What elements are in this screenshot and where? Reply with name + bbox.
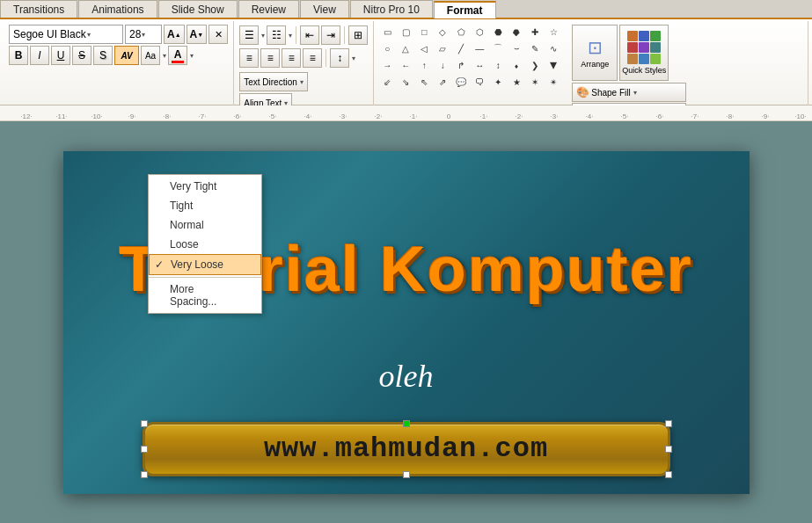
shape-more[interactable]: ▾ (545, 58, 561, 72)
spacing-normal[interactable]: Normal (149, 215, 261, 235)
shape-callout2[interactable]: 🗨 (472, 75, 487, 89)
shape-rtriangle[interactable]: ◁ (416, 41, 432, 55)
strikethrough-button[interactable]: S (72, 46, 91, 65)
shape-trapezoid[interactable]: ⬠ (453, 25, 469, 39)
handle-tl[interactable] (141, 420, 148, 427)
decrease-indent-button[interactable]: ⇤ (300, 25, 319, 45)
shape-diamond[interactable]: ◇ (435, 25, 450, 39)
underline-button[interactable]: U (51, 46, 70, 65)
shape-arr-tr[interactable]: ⇗ (435, 75, 450, 89)
font-size-dropdown-arrow[interactable]: ▾ (142, 31, 145, 39)
handle-bl[interactable] (141, 471, 148, 478)
text-direction-button[interactable]: Text Direction ▾ (239, 72, 308, 91)
shape-line2[interactable]: — (472, 41, 487, 55)
dropdown-divider (149, 277, 261, 278)
spacing-very-tight[interactable]: Very Tight (149, 177, 261, 196)
font-name-selector[interactable]: Segoe UI Black ▾ (9, 25, 123, 44)
tab-animations[interactable]: Animations (78, 0, 157, 18)
shape-plus[interactable]: ✚ (527, 25, 543, 39)
shape-star8[interactable]: ✴ (545, 75, 561, 89)
shape-arrow-quad[interactable]: ↔ (472, 58, 487, 72)
shape-star6[interactable]: ✶ (527, 75, 543, 89)
tab-view[interactable]: View (300, 0, 349, 18)
shape-notch[interactable]: ⬧ (508, 58, 524, 72)
increase-indent-button[interactable]: ⇥ (321, 25, 340, 45)
font-color-button[interactable]: A (168, 46, 187, 65)
bold-button[interactable]: B (9, 46, 28, 65)
shape-free[interactable]: ✎ (527, 41, 543, 55)
shape-arrow-l[interactable]: ← (398, 58, 413, 72)
spacing-loose[interactable]: Loose (149, 235, 261, 254)
bullets-arrow[interactable]: ▾ (261, 32, 265, 40)
spacing-more[interactable]: More Spacing... (149, 280, 261, 311)
shadow-button[interactable]: S (93, 46, 113, 65)
shape-fill-button[interactable]: 🎨 Shape Fill ▾ (572, 83, 686, 102)
shape-scribble[interactable]: ∿ (545, 41, 561, 55)
line-spacing-button[interactable]: ↕ (330, 48, 349, 68)
shape-oct[interactable]: ⯂ (508, 25, 524, 39)
align-right-button[interactable]: ≡ (282, 48, 301, 68)
justify-button[interactable]: ≡ (303, 48, 322, 68)
clear-format-button[interactable]: ✕ (208, 25, 228, 44)
tab-format[interactable]: Format (434, 1, 496, 18)
spacing-arrow[interactable]: ▾ (352, 54, 355, 62)
shape-arrow-up-down[interactable]: ↕ (490, 58, 506, 72)
handle-br[interactable] (665, 471, 672, 478)
font-size-selector[interactable]: 28 ▾ (125, 25, 162, 44)
shape-star4[interactable]: ✦ (490, 75, 506, 89)
italic-button[interactable]: I (30, 46, 49, 65)
quick-styles-button[interactable]: Quick Styles (619, 25, 669, 81)
shape-curve[interactable]: ⌣ (508, 41, 524, 55)
text-columns-button[interactable]: ⊞ (348, 25, 368, 45)
font-color-arrow[interactable]: ▾ (190, 52, 194, 60)
shape-star5[interactable]: ★ (508, 75, 524, 89)
slide-url-box[interactable]: www.mahmudan.com (143, 422, 670, 476)
shape-triangle[interactable]: △ (398, 41, 413, 55)
shape-arc[interactable]: ⌒ (490, 41, 506, 55)
numbering-button[interactable]: ☷ (267, 25, 286, 45)
font-case-button[interactable]: Aa (141, 46, 160, 65)
shape-arr-br[interactable]: ⇘ (398, 75, 413, 89)
handle-ml[interactable] (141, 446, 148, 453)
shapes-grid: ▭ ▢ □ ◇ ⬠ ⬡ ⬣ ⯂ ✚ ☆ ○ △ ◁ ▱ (379, 25, 563, 91)
shape-arrow-r[interactable]: → (379, 58, 395, 72)
ruler: ·12· ·11· ·10· ·9· ·8· ·7· ·6· ·5· ·4· ·… (0, 105, 812, 121)
spacing-very-loose[interactable]: Very Loose (149, 254, 261, 275)
decrease-font-button[interactable]: A▼ (187, 25, 208, 44)
font-name-dropdown-arrow[interactable]: ▾ (87, 31, 91, 39)
shape-arr-tl[interactable]: ⇖ (416, 75, 432, 89)
shape-callout1[interactable]: 💬 (453, 75, 469, 89)
arrange-button[interactable]: ⊡ Arrange (572, 25, 618, 81)
shape-rounded-rect[interactable]: ▢ (398, 25, 413, 39)
font-case-arrow[interactable]: ▾ (163, 52, 166, 60)
handle-mr[interactable] (665, 446, 672, 453)
tab-review[interactable]: Review (238, 0, 299, 18)
shape-chevron[interactable]: ❯ (527, 58, 543, 72)
shape-star[interactable]: ☆ (545, 25, 561, 39)
shape-hex[interactable]: ⬣ (490, 25, 506, 39)
shape-pentagon[interactable]: ⬡ (472, 25, 487, 39)
tab-nitro[interactable]: Nitro Pro 10 (350, 0, 433, 18)
spacing-tight[interactable]: Tight (149, 196, 261, 215)
shape-arr-bl[interactable]: ⇙ (379, 75, 395, 89)
numbering-arrow[interactable]: ▾ (289, 32, 292, 40)
char-spacing-button[interactable]: AV (114, 46, 139, 65)
shape-para[interactable]: ▱ (435, 41, 450, 55)
shape-arrow-d[interactable]: ↓ (435, 58, 450, 72)
tab-transitions[interactable]: Transitions (0, 0, 77, 18)
shape-oval[interactable]: ○ (379, 41, 395, 55)
shape-arrow-bend[interactable]: ↱ (453, 58, 469, 72)
font-color-bar (172, 61, 184, 63)
handle-tr[interactable] (665, 420, 672, 427)
shape-arrow-u[interactable]: ↑ (416, 58, 432, 72)
handle-tc[interactable] (403, 420, 410, 427)
align-left-button[interactable]: ≡ (239, 48, 259, 68)
increase-font-button[interactable]: A▲ (164, 25, 185, 44)
shape-line[interactable]: ╱ (453, 41, 469, 55)
shape-rect[interactable]: ▭ (379, 25, 395, 39)
handle-bc[interactable] (403, 471, 410, 478)
align-center-button[interactable]: ≡ (260, 48, 280, 68)
shape-rect2[interactable]: □ (416, 25, 432, 39)
tab-slideshow[interactable]: Slide Show (158, 0, 238, 18)
bullets-button[interactable]: ☰ (239, 25, 259, 45)
